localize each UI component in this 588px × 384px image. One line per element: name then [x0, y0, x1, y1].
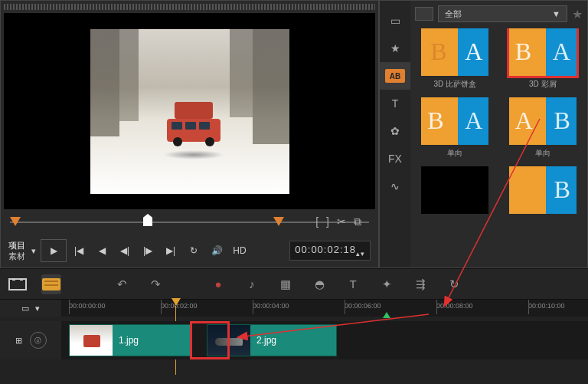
category-dropdown[interactable]: 全部▼ — [438, 5, 567, 22]
blend-button[interactable]: ◓ — [309, 274, 329, 294]
chevron-down-icon[interactable]: ▾ — [31, 246, 36, 256]
transition-thumb[interactable]: B — [509, 166, 577, 214]
scrub-bar[interactable]: [ ] ✂ ⧉ — [4, 214, 375, 232]
thumb-label: 3D 彩屑 — [529, 79, 557, 90]
chevron-down-icon[interactable]: ▾ — [35, 304, 40, 313]
thumb-label: 单向 — [535, 148, 550, 159]
transition-thumb[interactable]: BA — [509, 28, 577, 76]
mode-toggle[interactable]: 项目 素材 — [8, 240, 25, 261]
drag-handle[interactable] — [4, 4, 375, 10]
record-button[interactable]: ● — [208, 274, 228, 294]
mark-in-button[interactable]: [ — [315, 215, 318, 228]
transition-thumb[interactable] — [421, 166, 488, 214]
timeline-playhead[interactable] — [172, 298, 181, 306]
toolbar: ↶ ↷ ● ♪ ▦ ◓ T ✦ ⇶ ↻ — [0, 268, 588, 299]
mark-out-button[interactable]: ] — [326, 215, 329, 228]
title-tab[interactable]: T — [380, 90, 410, 117]
prev-frame-button[interactable]: ◀| — [114, 240, 136, 261]
loop-button[interactable]: ↻ — [444, 274, 464, 294]
hd-button[interactable]: HD — [229, 240, 250, 261]
next-frame-button[interactable]: |▶ — [137, 240, 158, 261]
snap-button[interactable]: ✦ — [377, 274, 397, 294]
thumb-label: 3D 比萨饼盒 — [433, 79, 476, 90]
favorite-icon[interactable]: ★ — [572, 7, 583, 21]
transition-thumb[interactable]: BA — [421, 28, 488, 76]
media-tab[interactable]: ▭ — [380, 7, 410, 34]
thumb-label: 单向 — [447, 148, 462, 159]
out-marker[interactable] — [273, 217, 284, 226]
clip[interactable]: 1.jpg — [69, 324, 191, 356]
fx-button[interactable]: ▦ — [276, 274, 296, 294]
volume-button[interactable]: 🔊 — [206, 240, 227, 261]
marker[interactable] — [383, 312, 390, 318]
preview-viewport[interactable] — [4, 13, 375, 209]
preview-panel: [ ] ✂ ⧉ 项目 素材 ▾ ▶ |◀ ◀ ◀| |▶ ▶| ↻ 🔊 HD 0… — [0, 0, 379, 268]
clip[interactable]: 2.jpg — [207, 324, 337, 356]
fx-filter-tab[interactable]: ★ — [380, 34, 410, 62]
audio-button[interactable]: ♪ — [242, 274, 262, 294]
video-track[interactable]: 1.jpg 2.jpg — [61, 321, 588, 359]
copy-button[interactable]: ⧉ — [354, 215, 361, 228]
lock-icon[interactable]: ⊞ — [15, 336, 22, 346]
time-ruler[interactable]: 00:00:00:00 00:00:02:00 00:00:04:00 00:0… — [61, 300, 588, 317]
step-back-button[interactable]: ◀ — [91, 240, 113, 261]
in-marker[interactable] — [10, 217, 21, 226]
undo-button[interactable]: ↶ — [112, 274, 132, 294]
timeline-view-button[interactable] — [41, 274, 61, 294]
video-track-icon[interactable]: ⦾ — [30, 332, 47, 349]
motion-button[interactable]: ⇶ — [410, 274, 430, 294]
gallery-icon[interactable] — [415, 7, 433, 21]
transition-thumb[interactable]: BA — [421, 97, 488, 145]
redo-button[interactable]: ↷ — [145, 274, 165, 294]
timeline: ▭▾ 00:00:00:00 00:00:02:00 00:00:04:00 0… — [0, 299, 588, 384]
fx-tab[interactable]: FX — [380, 145, 410, 172]
timecode-display[interactable]: 00:00:02:18▴▾ — [289, 241, 371, 261]
cut-button[interactable]: ✂ — [337, 215, 346, 228]
playhead-marker[interactable] — [143, 214, 152, 226]
text-button[interactable]: T — [343, 274, 363, 294]
storyboard-view-button[interactable] — [8, 274, 28, 294]
play-button[interactable]: ▶ — [41, 239, 67, 262]
transition-thumb[interactable]: AB — [509, 97, 577, 145]
repeat-button[interactable]: ↻ — [183, 240, 204, 261]
go-end-button[interactable]: ▶| — [160, 240, 181, 261]
transitions-tab[interactable]: AB — [380, 62, 410, 90]
effects-panel: ▭ ★ AB T ✿ FX ∿ 全部▼ ★ BA3D 比萨饼盒 BA3D 彩屑 … — [379, 0, 588, 268]
path-tab[interactable]: ∿ — [380, 172, 410, 200]
go-start-button[interactable]: |◀ — [68, 240, 90, 261]
graphics-tab[interactable]: ✿ — [380, 117, 410, 145]
track-toggle-icon[interactable]: ▭ — [21, 304, 29, 313]
